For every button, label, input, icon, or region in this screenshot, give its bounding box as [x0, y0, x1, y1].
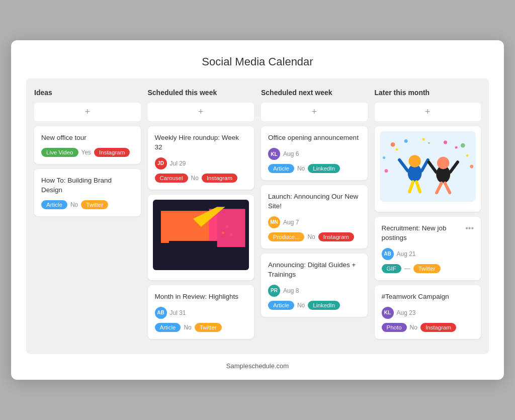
card-date: Aug 23	[397, 309, 416, 316]
column-later-month: Later this month +	[375, 89, 481, 344]
svg-point-5	[225, 225, 228, 228]
tag-live-video: Live Video	[41, 148, 78, 157]
card-title: Launch: Announcing Our New Site!	[268, 192, 361, 211]
avatar: AB	[382, 248, 394, 260]
card-launch-new-site: Launch: Announcing Our New Site! MN Aug …	[261, 185, 368, 248]
card-title: New office tour	[41, 133, 134, 143]
tag-no: No	[297, 165, 305, 172]
card-celebration: ★ ★ ●	[375, 126, 481, 212]
card-teamwork: #Teamwork Campaign KL Aug 23 Photo No In…	[375, 285, 481, 339]
card-digital-guides: Announcing: Digital Guides + Trainings P…	[261, 254, 368, 317]
svg-point-15	[466, 154, 468, 157]
tag-twitter: Twitter	[413, 264, 441, 273]
svg-point-12	[444, 141, 447, 144]
tag-article: Article	[268, 301, 294, 310]
card-tags: Photo No Instagram	[382, 323, 474, 332]
add-card-button-ideas[interactable]: +	[34, 103, 141, 121]
card-tags: GIF — Twitter	[382, 264, 474, 273]
add-card-button-later-month[interactable]: +	[375, 103, 481, 121]
card-meta: MN Aug 7	[268, 216, 361, 228]
card-tags: Carousel No Instagram	[155, 174, 247, 183]
card-recruitment: Recruitment: New job postings ••• AB Aug…	[375, 217, 481, 280]
card-title: Recruitment: New job postings	[382, 224, 466, 243]
card-date: Aug 6	[283, 150, 299, 157]
tag-dash: —	[404, 265, 410, 272]
svg-point-19	[408, 155, 420, 167]
column-title-this-week: Scheduled this week	[148, 89, 254, 97]
kanban-board: Ideas + New office tour Live Video Yes I…	[26, 78, 489, 354]
avatar: PR	[268, 285, 280, 297]
card-title: Month in Review: Highlights	[155, 292, 247, 302]
card-new-office-tour: New office tour Live Video Yes Instagram	[34, 126, 141, 164]
tag-no: No	[191, 175, 199, 182]
tag-article: Article	[155, 323, 181, 332]
card-date: Aug 21	[397, 250, 416, 258]
card-date: Jul 31	[170, 309, 186, 316]
card-hire-roundup: Weekly Hire roundup: Week 32 JD Jul 29 C…	[148, 126, 254, 190]
card-meta: AB Aug 21	[382, 248, 474, 260]
tag-twitter: Twitter	[81, 200, 108, 209]
tag-article: Article	[41, 200, 67, 209]
card-date: Jul 29	[170, 160, 186, 167]
column-title-next-week: Scheduled next week	[261, 89, 368, 97]
card-tags: Article No Twitter	[41, 200, 134, 209]
svg-point-13	[461, 143, 465, 148]
svg-text:★: ★	[395, 147, 399, 152]
card-meta: KL Aug 23	[382, 307, 474, 319]
card-meta: PR Aug 8	[268, 285, 361, 297]
column-this-week: Scheduled this week + Weekly Hire roundu…	[148, 89, 254, 344]
card-brand-design: How To: Building Brand Design Article No…	[34, 169, 141, 216]
avatar: MN	[268, 216, 280, 228]
card-tags: Live Video Yes Instagram	[41, 148, 134, 157]
avatar: JD	[155, 157, 167, 170]
column-ideas: Ideas + New office tour Live Video Yes I…	[34, 89, 141, 344]
app-container: Social Media Calendar Ideas + New office…	[11, 40, 504, 380]
card-office-opening: Office opening announcement KL Aug 6 Art…	[261, 126, 368, 180]
svg-point-11	[422, 138, 424, 141]
card-date: Aug 7	[283, 219, 299, 226]
tag-linkedin: LinkedIn	[308, 164, 339, 173]
svg-text:●: ●	[427, 141, 430, 144]
footer-text: Sampleschedule.com	[26, 362, 489, 370]
column-title-ideas: Ideas	[34, 89, 141, 97]
svg-point-7	[222, 232, 224, 234]
column-next-week: Scheduled next week + Office opening ann…	[261, 89, 368, 344]
tag-linkedin: LinkedIn	[308, 301, 339, 310]
tag-no: No	[184, 324, 191, 331]
svg-point-25	[437, 157, 449, 169]
tag-instagram: Instagram	[94, 148, 130, 157]
tag-instagram: Instagram	[202, 174, 237, 183]
card-title: #Teamwork Campaign	[382, 292, 474, 302]
column-title-later-month: Later this month	[375, 89, 481, 97]
card-meta: AB Jul 31	[155, 307, 247, 319]
more-options-icon[interactable]: •••	[465, 224, 474, 233]
tag-no: No	[297, 302, 305, 309]
tag-no: No	[410, 324, 417, 331]
svg-point-9	[390, 142, 395, 147]
avatar: AB	[155, 307, 167, 319]
svg-rect-4	[168, 241, 217, 257]
svg-point-14	[383, 156, 385, 159]
tag-yes: Yes	[81, 149, 92, 156]
tag-instagram: Instagram	[420, 323, 456, 332]
svg-point-10	[404, 139, 407, 143]
card-image-geometric	[153, 200, 249, 270]
svg-point-16	[470, 165, 473, 169]
tag-photo: Photo	[382, 323, 407, 332]
card-geometric	[148, 195, 254, 280]
svg-point-6	[229, 233, 232, 236]
tag-produce: Produce...	[268, 232, 304, 241]
card-title: Announcing: Digital Guides + Trainings	[268, 261, 361, 280]
card-title: Weekly Hire roundup: Week 32	[155, 133, 247, 152]
add-card-button-this-week[interactable]: +	[148, 103, 254, 121]
add-card-button-next-week[interactable]: +	[261, 103, 368, 121]
tag-no: No	[70, 201, 78, 208]
tag-gif: GIF	[382, 264, 401, 273]
avatar: KL	[268, 148, 280, 160]
card-month-review: Month in Review: Highlights AB Jul 31 Ar…	[148, 285, 254, 339]
card-meta: KL Aug 6	[268, 148, 361, 160]
avatar: KL	[382, 307, 394, 319]
card-tags: Article No LinkedIn	[268, 164, 361, 173]
tag-instagram: Instagram	[318, 232, 354, 241]
tag-no: No	[307, 233, 315, 240]
